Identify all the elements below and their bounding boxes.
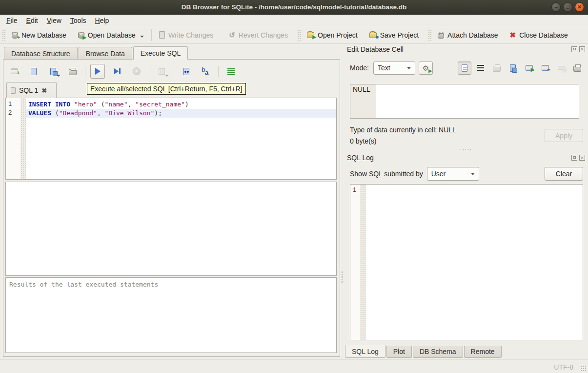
mode-label: Mode: [350,64,369,72]
log-filter-value: User [431,170,446,178]
tab-browse-data[interactable]: Browse Data [79,47,132,60]
cell-size-info: 0 byte(s) [350,137,376,145]
revert-changes-button: ↺ Revert Changes [224,29,292,41]
toolbar-handle[interactable] [297,30,301,41]
text-mode-button[interactable] [458,62,471,75]
apply-button: Apply [545,129,583,142]
open-sql-file-button[interactable] [26,64,41,79]
save-results-dropdown-icon [165,75,169,77]
maximize-icon[interactable]: □ [563,2,572,12]
code-line-1: INSERT INTO "hero" ("name", "secret_name… [26,100,336,109]
save-sql-dropdown-icon[interactable] [57,75,61,77]
log-fold-margin [360,185,366,340]
toolbar-separator [151,29,152,41]
find-button[interactable] [179,64,194,79]
gear-icon: ⚙▶ [423,64,429,72]
open-project-icon: ▶ [307,32,314,38]
sql-tab-label: SQL 1 [19,86,38,94]
replace-icon [202,67,210,75]
open-external-icon: ▶ [526,65,533,71]
replace-button[interactable] [199,64,213,79]
save-sql-file-icon [50,68,56,75]
sql-log-view[interactable]: 1 [350,184,583,340]
save-project-button[interactable]: ■ Save Project [365,29,423,41]
format-sql-button[interactable] [223,64,238,79]
print-sql-button[interactable] [65,64,80,79]
close-icon[interactable]: ✕ [575,2,584,12]
stop-execution-button: ✕ [129,64,144,79]
dock-tab-db-schema[interactable]: DB Schema [413,346,463,358]
sql-toolbar: + ✕ [7,63,238,79]
open-external-button[interactable]: ▶ [522,62,536,75]
open-project-button[interactable]: ▶ Open Project [303,29,362,41]
open-database-dropdown-icon[interactable] [140,36,144,38]
export-data-button[interactable] [506,62,520,75]
open-sql-file-icon [31,68,37,75]
print-icon [69,69,77,75]
close-panel-icon[interactable]: × [579,46,585,52]
results-placeholder: Results of the last executed statements [9,281,158,288]
toolbar-handle[interactable] [428,30,431,41]
float-panel-icon[interactable] [571,46,577,52]
menu-edit[interactable]: Edit [22,16,42,25]
execute-all-button[interactable] [90,64,105,79]
copy-link-button[interactable]: ⚭ [538,62,552,75]
stop-icon: ✕ [133,67,141,75]
menu-file[interactable]: File [2,16,22,25]
new-sql-tab-button[interactable]: + [7,64,21,79]
write-changes-button: Write Changes [155,29,218,41]
print-cell-button[interactable] [570,62,584,75]
code-area[interactable]: INSERT INTO "hero" ("name", "secret_name… [26,98,336,179]
close-database-button[interactable]: ✖ Close Database [506,29,572,41]
word-wrap-icon [477,65,484,71]
vertical-splitter-handle[interactable] [341,268,344,287]
edit-cell-toolbar: Mode: Text ⚙▶ ▶ ⚭ [350,61,584,75]
menu-help[interactable]: Help [91,16,114,25]
resize-grip[interactable] [581,366,587,372]
cell-editor[interactable]: NULL [350,84,579,119]
float-panel-icon[interactable] [571,155,577,161]
import-data-button [490,62,504,75]
save-sql-file-button[interactable] [46,64,61,79]
new-database-button[interactable]: + New Database [7,29,71,41]
close-panel-icon[interactable]: × [579,155,585,161]
menu-tools[interactable]: Tools [66,16,91,25]
format-sql-icon [227,68,235,75]
minimize-icon[interactable]: – [551,2,561,12]
menu-view[interactable]: View [42,16,66,25]
clear-log-button[interactable]: Clear [545,167,583,181]
new-tab-icon: + [11,68,18,74]
dock-tab-sql-log[interactable]: SQL Log [345,345,385,358]
attach-database-button[interactable]: Attach Database [433,29,503,41]
toolbar-handle[interactable] [2,30,5,41]
mode-select[interactable]: Text [373,62,415,75]
tab-execute-sql[interactable]: Execute SQL [133,46,188,60]
close-database-icon: ✖ [510,31,516,39]
word-wrap-button[interactable] [474,62,487,75]
sql-code-editor[interactable]: 1 2 INSERT INTO "hero" ("name", "secret_… [5,98,337,180]
document-icon [11,87,16,94]
sql-document-tab[interactable]: SQL 1 ✖ [6,82,57,98]
results-grid-pane[interactable] [5,182,337,276]
execute-line-button[interactable] [110,64,124,79]
chevron-down-icon [471,173,475,175]
import-data-icon [493,66,501,72]
close-tab-icon[interactable]: ✖ [41,87,47,94]
open-database-icon: ▶ [78,32,84,39]
dock-tab-plot[interactable]: Plot [386,346,412,358]
menu-bar: File Edit View Tools Help [0,15,588,26]
set-null-button [554,62,568,75]
tooltip: Execute all/selected SQL [Ctrl+Return, F… [87,83,246,95]
tab-database-structure[interactable]: Database Structure [4,47,78,60]
open-database-button[interactable]: ▶ Open Database [74,29,148,41]
log-filter-select[interactable]: User [427,167,479,181]
dock-tab-remote[interactable]: Remote [464,346,502,358]
auto-apply-button[interactable]: ⚙▶ [419,62,433,75]
save-data-icon [510,64,516,72]
dock-splitter-handle[interactable] [347,148,585,151]
results-message-pane[interactable]: Results of the last executed statements [5,277,337,353]
copy-link-icon: ⚭ [542,65,549,71]
mode-value: Text [378,64,390,72]
attach-database-icon [438,33,444,39]
status-bar: UTF-8 [0,359,588,373]
